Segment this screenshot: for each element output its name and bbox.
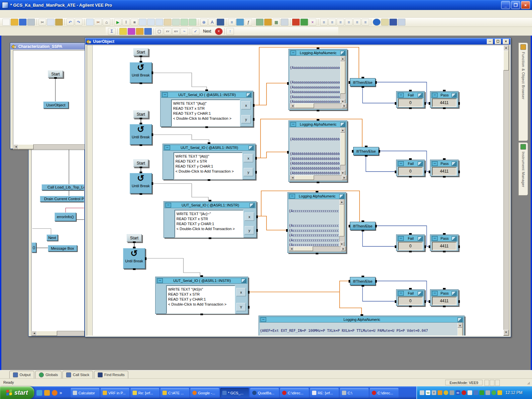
waveform-icon[interactable]: ~ — [180, 28, 188, 35]
picture-icon[interactable] — [256, 19, 264, 26]
resize-button[interactable] — [418, 93, 423, 97]
userobject-block[interactable]: UserObject — [43, 101, 68, 108]
minimize-button[interactable]: ─ — [432, 236, 438, 241]
minimize-button[interactable]: ─ — [398, 291, 404, 296]
size-width-icon[interactable] — [180, 19, 188, 26]
menu-window[interactable] — [77, 13, 82, 14]
outlook-icon[interactable] — [44, 390, 50, 396]
start-block[interactable]: Start — [133, 159, 149, 167]
run-icon[interactable]: ▶ — [114, 19, 122, 26]
transaction-list[interactable]: WRITE TEXT "{Aa}|" READ TEXT x STR READ … — [171, 99, 240, 127]
function-icon[interactable]: ƒ — [245, 19, 252, 26]
scroll-left-button[interactable]: ◄ — [290, 103, 295, 108]
resize-button[interactable] — [452, 162, 457, 166]
pass-counter-block[interactable]: ─ Pass 4411 — [430, 289, 459, 306]
resize-button[interactable] — [339, 194, 344, 199]
align-middle-icon[interactable]: ≡ — [353, 19, 361, 26]
serial-io-block[interactable]: ─ UUT_Serial_IO ( @ASRL1::INSTR) WRITE T… — [160, 91, 253, 127]
block-titlebar[interactable]: ─ Logging AlphaNumeric — [289, 121, 346, 127]
resize-button[interactable] — [249, 146, 254, 150]
block-titlebar[interactable]: ─ UUT_Serial_IO ( @ASRL1::INSTR) — [156, 278, 247, 284]
log-list[interactable]: {Abbbbbbbbbbbbbbbbbbbbbbb {Abbbbbbbbbbbb… — [290, 127, 341, 175]
scroll-thumb[interactable] — [339, 204, 344, 236]
if-then-else-block[interactable]: If/Then/Else — [353, 147, 379, 155]
next-block[interactable]: Next — [47, 234, 58, 241]
log-list[interactable]: {Accccccccccccccccccccccc {Acccccccccccc… — [289, 199, 340, 246]
resize-button[interactable] — [418, 162, 423, 166]
if-then-else-block[interactable]: If/Then/Else — [350, 222, 375, 230]
clipped-block[interactable]: () — [32, 242, 36, 252]
start-block[interactable]: Start — [133, 110, 149, 118]
vertical-scrollbar[interactable]: ▲ ▼ — [503, 45, 509, 336]
collector-icon[interactable] — [144, 28, 152, 35]
minimize-button[interactable]: ─ — [289, 194, 295, 199]
update-shield-icon[interactable] — [438, 390, 442, 395]
scroll-up-button[interactable]: ▲ — [458, 323, 463, 328]
scroll-thumb[interactable] — [295, 103, 314, 108]
paste-icon[interactable] — [55, 19, 63, 26]
block-titlebar[interactable]: ─ Logging AlphaNumeric — [289, 50, 346, 56]
characterization-titlebar[interactable]: Characterization_SSPA — [11, 43, 85, 50]
transaction-list[interactable]: WRITE TEXT "{AS}n" READ TEXT x STR READ … — [166, 285, 235, 314]
vertical-scrollbar[interactable]: ▲ ▼ — [340, 56, 346, 104]
minimize-button[interactable]: ─ — [290, 122, 296, 127]
output-pin-x[interactable]: x — [245, 212, 254, 221]
clean-lines-icon[interactable]: ✂ — [94, 19, 102, 26]
maximize-button[interactable]: ❐ — [511, 1, 520, 9]
userobject-canvas[interactable]: Start ↺ Until Break ─ UUT_Serial_IO ( @A… — [87, 45, 504, 336]
close-button[interactable]: × — [521, 1, 530, 9]
fail-counter-block[interactable]: ─ Fail 0 — [396, 160, 425, 176]
transaction-list[interactable]: WRITE TEXT "{Ab}}" READ TEXT x STR READ … — [173, 152, 243, 180]
start-block[interactable]: Start — [48, 70, 63, 78]
menu-debug[interactable] — [19, 13, 24, 14]
minimize-button[interactable]: ─ — [164, 145, 170, 150]
vertical-scrollbar[interactable]: ▲ ▼ — [340, 127, 346, 176]
scroll-up-button[interactable]: ▲ — [339, 200, 344, 204]
matrix-icon[interactable] — [479, 390, 484, 395]
scroll-left-button[interactable]: ◄ — [13, 144, 19, 149]
minimize-button[interactable]: ─ — [398, 236, 404, 241]
horizontal-scrollbar[interactable]: ◄ ► — [290, 175, 347, 181]
container-icon[interactable]: ▢ — [156, 28, 163, 35]
transaction-list[interactable]: WRITE TEXT "{Ac}~" READ TEXT x STR READ … — [174, 210, 244, 238]
scroll-right-button[interactable]: ► — [342, 103, 347, 108]
output-pin-y[interactable]: y — [244, 168, 253, 176]
clear-breakpoints-icon[interactable]: × — [309, 19, 316, 26]
output-pin-x[interactable]: x — [244, 154, 253, 162]
resize-button[interactable] — [241, 279, 246, 283]
scroll-thumb[interactable] — [340, 61, 345, 94]
resize-button[interactable] — [340, 122, 345, 127]
maximize-button[interactable]: ☐ — [495, 39, 501, 44]
properties-icon[interactable] — [264, 19, 272, 26]
menu-help[interactable] — [82, 13, 88, 14]
resize-button[interactable] — [452, 291, 457, 296]
save-icon[interactable] — [19, 19, 27, 26]
caliper-icon[interactable]: ✓ — [192, 28, 199, 35]
resize-button[interactable] — [452, 93, 457, 97]
menu-system[interactable] — [35, 13, 40, 14]
speaker-icon[interactable] — [485, 390, 490, 395]
menu-edit[interactable] — [8, 13, 13, 14]
logging-alphanumeric-block[interactable]: ─ Logging AlphaNumeric {Aaaaaaaaaaaaaaaa… — [288, 49, 347, 110]
fail-counter-block[interactable]: ─ Fail 0 — [396, 289, 425, 306]
scroll-thumb[interactable] — [458, 328, 463, 336]
scroll-right-button[interactable]: ► — [341, 246, 346, 251]
vertical-scrollbar[interactable]: ▲ — [458, 323, 463, 336]
until-break-block[interactable]: ↺ Until Break — [130, 62, 152, 83]
output-pin-y[interactable]: y — [241, 115, 251, 123]
menu-data[interactable] — [51, 13, 56, 14]
open-folder-icon[interactable] — [11, 19, 18, 26]
resize-grip[interactable]: ◢ — [527, 381, 530, 385]
messenger-icon[interactable] — [37, 390, 42, 396]
output-pin-x[interactable]: x — [241, 101, 251, 109]
scroll-down-button[interactable]: ▼ — [340, 171, 345, 176]
resize-button[interactable] — [458, 318, 463, 322]
align-bottom-icon[interactable]: ≡ — [362, 19, 369, 26]
sync-icon[interactable] — [491, 390, 496, 395]
minimize-button[interactable]: ─ — [432, 291, 438, 296]
scroll-left-button[interactable]: ◄ — [32, 331, 37, 336]
start-button[interactable]: start — [0, 386, 34, 399]
message-box-block[interactable]: Message Box — [48, 245, 77, 251]
network-globe-icon[interactable] — [444, 390, 448, 395]
until-break-block[interactable]: ↺ Until Break — [130, 124, 152, 145]
